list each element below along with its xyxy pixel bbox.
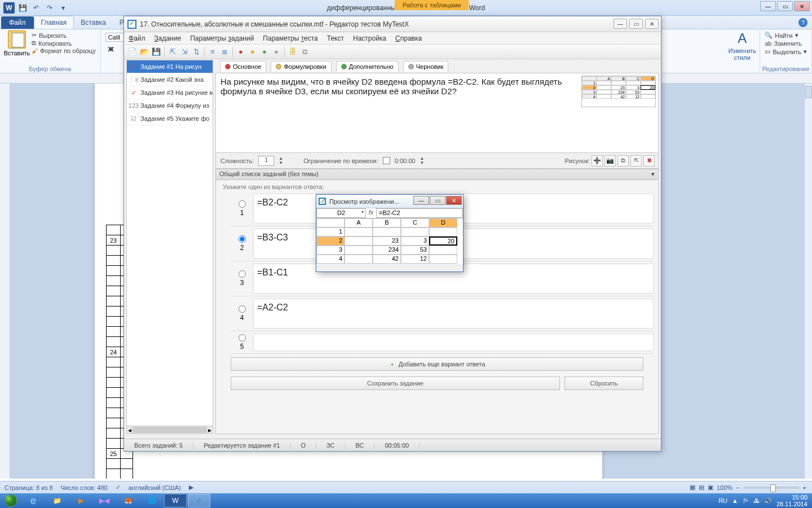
answer-radio-5[interactable]: [239, 334, 246, 341]
complexity-spinner-icon[interactable]: ▲▼: [279, 156, 283, 165]
tb-yellow-icon[interactable]: ●: [248, 47, 258, 57]
tb-db-icon[interactable]: 🗄: [288, 47, 298, 57]
bold-button[interactable]: Ж: [105, 44, 117, 54]
tb-save-icon[interactable]: 💾: [151, 47, 161, 57]
tab-form[interactable]: Формулировки: [271, 61, 331, 72]
formula-bar[interactable]: =B2-C2: [376, 208, 463, 218]
preview-close-icon[interactable]: ✕: [446, 196, 462, 205]
taskbar-media-icon[interactable]: ▶: [69, 494, 92, 507]
tray-lang[interactable]: RU: [718, 497, 727, 504]
tray-clock[interactable]: 15:00 28.11.2014: [776, 494, 807, 507]
qat-dropdown-icon[interactable]: ▾: [58, 2, 69, 14]
timelimit-spinner-icon[interactable]: ▲▼: [420, 156, 424, 165]
preview-minimize-icon[interactable]: —: [413, 196, 429, 205]
tb-grey-icon[interactable]: ●: [271, 47, 281, 57]
question-thumbnail[interactable]: ABCD 1 223320 323453 44212: [579, 73, 658, 152]
taskbar-vs-icon[interactable]: ▶◀: [93, 494, 116, 507]
answer-radio-3[interactable]: [239, 270, 246, 278]
taskbar-firefox-icon[interactable]: 🦊: [117, 494, 139, 507]
tab-main[interactable]: Основное: [220, 61, 266, 72]
tb-red-icon[interactable]: ●: [236, 47, 246, 57]
vertical-ruler[interactable]: [0, 84, 10, 479]
answer-radio-1[interactable]: [239, 200, 246, 208]
tb-new-icon[interactable]: 📄: [127, 47, 138, 57]
img-export-icon[interactable]: ⇱: [630, 155, 642, 167]
img-add-icon[interactable]: ➕: [592, 155, 603, 167]
menu-task[interactable]: Задание: [155, 34, 182, 42]
taskbar-ie-icon[interactable]: e: [22, 494, 45, 507]
question-text[interactable]: На рисунке мы видим, что в ячейку D2 вве…: [216, 73, 579, 152]
mtx-minimize-icon[interactable]: —: [614, 19, 627, 29]
redo-icon[interactable]: ↷: [44, 2, 55, 14]
fx-icon[interactable]: fx: [366, 208, 376, 218]
replace-button[interactable]: abЗаменить: [765, 40, 807, 47]
cell-name-box[interactable]: D2: [316, 208, 366, 218]
view-web-icon[interactable]: ▣: [708, 484, 713, 491]
mtx-close-icon[interactable]: ✕: [645, 19, 659, 29]
format-painter-button[interactable]: 🖌Формат по образцу: [32, 47, 96, 54]
language-indicator[interactable]: английский (США): [129, 484, 181, 491]
answer-text-4[interactable]: =A2-C2: [253, 299, 654, 329]
task-item-1[interactable]: ✓Задание #1 На рисун: [127, 60, 213, 73]
tb-list1-icon[interactable]: ≡: [208, 47, 218, 57]
menu-file[interactable]: Файл: [129, 34, 145, 42]
image-preview-titlebar[interactable]: Просмотр изображени... — ▭ ✕: [316, 195, 463, 208]
table-tools-tab[interactable]: Работа с таблицами: [395, 0, 469, 10]
maximize-icon[interactable]: ▭: [777, 1, 793, 11]
start-button[interactable]: [0, 493, 21, 508]
tab-insert[interactable]: Вставка: [74, 16, 113, 29]
tab-extra[interactable]: Дополнительно: [336, 61, 399, 72]
help-icon[interactable]: ?: [798, 18, 807, 27]
tb-copy-icon[interactable]: ⧉: [299, 47, 310, 57]
save-icon[interactable]: 💾: [17, 2, 28, 14]
timelimit-checkbox[interactable]: [383, 157, 390, 164]
page-indicator[interactable]: Страница: 8 из 8: [5, 484, 53, 491]
zoom-in-icon[interactable]: +: [803, 484, 806, 491]
task-list-scrollbar[interactable]: ◂▸: [127, 426, 213, 433]
tb-tree3-icon[interactable]: ⇅: [191, 47, 201, 57]
zoom-out-icon[interactable]: −: [736, 484, 739, 491]
change-styles-button[interactable]: A Изменить стили: [729, 30, 755, 65]
task-item-2[interactable]: ⋮≡Задание #2 Какой зна: [127, 73, 213, 86]
tab-draft[interactable]: Черновик: [403, 61, 449, 72]
task-item-3[interactable]: ✓Задание #3 На рисунке м: [127, 86, 213, 99]
taskbar-word-icon[interactable]: W: [164, 494, 187, 507]
copy-button[interactable]: ⧉Копировать: [32, 40, 96, 47]
menu-settings[interactable]: Настройка: [353, 34, 386, 42]
img-copy-icon[interactable]: ⧉: [617, 155, 629, 167]
theme-selector[interactable]: Общий список заданий (без темы)▾: [215, 169, 659, 180]
zoom-slider[interactable]: [743, 487, 800, 489]
menu-test-params[interactable]: Параметры теста: [263, 34, 317, 42]
tray-volume-icon[interactable]: 🔊: [764, 497, 772, 505]
cut-button[interactable]: ✂Вырезать: [32, 32, 96, 39]
answer-text-5[interactable]: [253, 334, 654, 351]
tb-green-icon[interactable]: ●: [259, 47, 270, 57]
tb-list2-icon[interactable]: ≣: [219, 47, 230, 57]
add-answer-button[interactable]: ＋Добавить еще вариант ответа: [231, 357, 643, 371]
tray-flag-icon[interactable]: ▲: [732, 497, 738, 504]
reset-button[interactable]: Сбросить: [564, 376, 643, 390]
view-print-layout-icon[interactable]: ▦: [690, 484, 695, 491]
complexity-input[interactable]: 1: [258, 156, 274, 166]
taskbar-explorer-icon[interactable]: 📁: [46, 494, 68, 507]
tb-open-icon[interactable]: 📂: [139, 47, 149, 57]
find-button[interactable]: 🔍Найти ▾: [765, 32, 807, 39]
tb-tree2-icon[interactable]: ⇲: [179, 47, 189, 57]
answer-radio-2[interactable]: [239, 235, 246, 243]
paste-button[interactable]: Вставить: [5, 30, 29, 65]
menu-task-params[interactable]: Параметры заданий: [190, 34, 254, 42]
mytestx-titlebar[interactable]: 17. Относительные, абсолютные и смешанны…: [124, 16, 661, 32]
view-reading-icon[interactable]: ▤: [699, 484, 704, 491]
task-item-4[interactable]: 123Задание #4 Формулу из: [127, 99, 213, 112]
macro-icon[interactable]: ▶: [189, 484, 193, 491]
menu-help[interactable]: Справка: [395, 34, 422, 42]
zoom-level[interactable]: 100%: [717, 484, 732, 491]
preview-maximize-icon[interactable]: ▭: [430, 196, 445, 205]
img-delete-icon[interactable]: ✖: [643, 155, 655, 167]
tray-network-icon[interactable]: 🖧: [753, 497, 760, 504]
mtx-maximize-icon[interactable]: ▭: [629, 19, 643, 29]
minimize-icon[interactable]: —: [760, 1, 776, 11]
answer-radio-4[interactable]: [239, 305, 246, 313]
tray-action-icon[interactable]: 🏳: [743, 497, 749, 504]
taskbar-chrome-icon[interactable]: 🌐: [140, 494, 163, 507]
